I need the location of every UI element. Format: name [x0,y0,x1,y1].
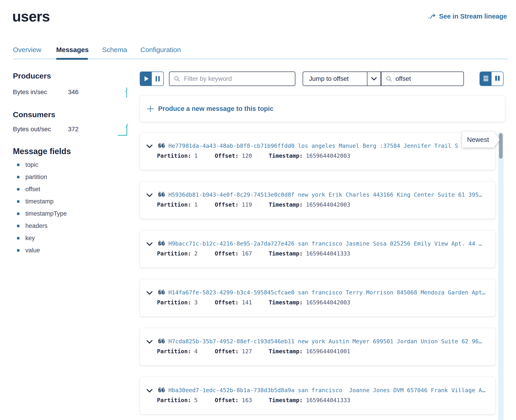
produce-message-label: Produce a new message to this topic [158,105,273,112]
partition-value: 1 [194,152,198,159]
expand-chevron-icon[interactable] [146,144,153,149]
newest-flag-label: Newest [462,132,500,148]
message-preview: �� Hba30eed7-1edc-452b-8b1a-738d3b5d8a9a… [158,387,491,394]
field-item-topic: topic [17,161,38,169]
field-item-timestampType: timestampType [17,210,67,218]
timestamp-value: 1659644042003 [306,201,350,208]
bullet-icon [17,164,19,166]
offset-value: 127 [242,348,252,355]
stream-lineage-link[interactable]: See in Stream lineage [428,13,507,20]
partition-value: 2 [194,250,198,257]
message-meta: Partition:2 Offset:167 Timestamp:1659644… [157,250,350,257]
tab-schema[interactable]: Schema [102,46,127,54]
bytes-out-sparkline [117,122,130,137]
field-item-partition: partition [17,173,47,181]
timestamp-value: 1659644041001 [306,348,350,355]
bullet-icon [17,188,19,191]
bullet-icon [17,249,19,252]
jump-to-offset-label: Jump to offset [303,75,367,82]
offset-value: 141 [242,299,252,306]
pause-icon [158,76,160,82]
message-meta: Partition:1 Offset:120 Timestamp:1659644… [157,152,350,159]
bytes-out-value: 372 [68,126,79,133]
message-meta: Partition:1 Offset:119 Timestamp:1659644… [157,201,350,208]
timestamp-value: 1659644042003 [306,152,350,159]
producers-heading: Producers [13,72,51,80]
field-item-headers: headers [17,222,47,230]
tab-configuration[interactable]: Configuration [140,46,181,54]
expand-chevron-icon[interactable] [146,193,153,198]
bullet-icon [17,212,19,215]
pause-icon [156,76,157,82]
bytes-in-label: Bytes in/sec [13,89,47,96]
page-title: users [12,8,50,25]
timestamp-value: 1659644041333 [306,397,350,404]
pause-button[interactable] [152,72,163,86]
field-item-offset: offset [17,185,40,193]
field-item-key: key [17,234,35,242]
timestamp-value: 1659644042003 [306,299,350,306]
bullet-icon [17,237,19,240]
produce-message-button[interactable]: Produce a new message to this topic [140,96,505,122]
newest-flag: Newest [462,132,500,148]
timestamp-value: 1659644041333 [306,250,350,257]
list-view-icon [483,75,489,82]
message-row[interactable]: �� He77981da-4a43-48ab-b8f8-cb71b96ffdd0… [140,132,496,170]
column-view-icon [494,75,500,82]
message-row[interactable]: �� H9bacc71c-b12c-4216-8e95-2a7da727e426… [140,230,496,268]
stream-lineage-icon [428,13,436,20]
message-row[interactable]: �� Hba30eed7-1edc-452b-8b1a-738d3b5d8a9a… [140,377,496,414]
field-item-timestamp: timestamp [17,198,54,205]
bytes-out-label: Bytes out/sec [13,126,51,133]
offset-value: 119 [242,201,252,208]
consumers-heading: Consumers [13,110,55,119]
tab-active-underline [56,58,88,60]
offset-value: 167 [242,250,252,257]
bullet-icon [17,200,19,203]
message-preview: �� H7cda825b-35b7-4952-88ef-c193d546eb11… [158,338,491,345]
message-preview: �� H14fa67fe-5823-4299-b3c4-595845cfcae0… [158,289,491,296]
offset-value: 120 [242,152,252,159]
scrollbar-track[interactable] [498,132,504,420]
list-view-button[interactable] [480,72,492,86]
expand-chevron-icon[interactable] [146,291,153,296]
message-fields-heading: Message fields [13,147,71,156]
tab-messages[interactable]: Messages [56,46,89,54]
expand-chevron-icon[interactable] [146,389,153,394]
partition-value: 1 [194,201,198,208]
offset-value: 163 [242,397,252,404]
partition-value: 5 [194,397,198,404]
message-preview: �� H5936db81-b943-4e0f-8c29-74513e0c0d8f… [158,191,491,198]
message-row[interactable]: �� H5936db81-b943-4e0f-8c29-74513e0c0d8f… [140,181,496,219]
search-icon [174,75,180,82]
message-meta: Partition:4 Offset:127 Timestamp:1659644… [157,348,350,355]
message-meta: Partition:5 Offset:163 Timestamp:1659644… [157,397,350,404]
message-row[interactable]: �� H14fa67fe-5823-4299-b3c4-595845cfcae0… [140,279,496,317]
stream-lineage-label: See in Stream lineage [439,13,507,20]
chevron-down-icon [367,77,381,81]
expand-chevron-icon[interactable] [146,340,153,345]
filter-input[interactable] [184,75,295,82]
jump-to-offset-select[interactable]: Jump to offset [303,72,381,86]
message-preview: �� He77981da-4a43-48ab-b8f8-cb71b96ffdd0… [158,142,491,149]
field-item-value: value [17,247,40,254]
bytes-in-sparkline [125,87,130,99]
message-meta: Partition:3 Offset:141 Timestamp:1659644… [157,299,350,306]
bytes-in-value: 346 [68,89,79,96]
tab-overview[interactable]: Overview [13,46,41,54]
plus-icon [147,105,154,112]
column-view-button[interactable] [492,72,503,86]
partition-value: 3 [194,299,198,306]
message-row[interactable]: �� H7cda825b-35b7-4952-88ef-c193d546eb11… [140,328,496,366]
offset-search-box [381,72,464,86]
play-button[interactable] [140,72,152,86]
search-icon [385,75,392,82]
message-preview: �� H9bacc71c-b12c-4216-8e95-2a7da727e426… [158,240,491,247]
filter-input-box [169,72,295,86]
bullet-icon [17,176,19,178]
expand-chevron-icon[interactable] [146,242,153,247]
stream-playpause-group [140,72,164,86]
offset-search-input[interactable] [395,75,463,82]
view-toggle-group [479,72,504,86]
partition-value: 4 [194,348,198,355]
